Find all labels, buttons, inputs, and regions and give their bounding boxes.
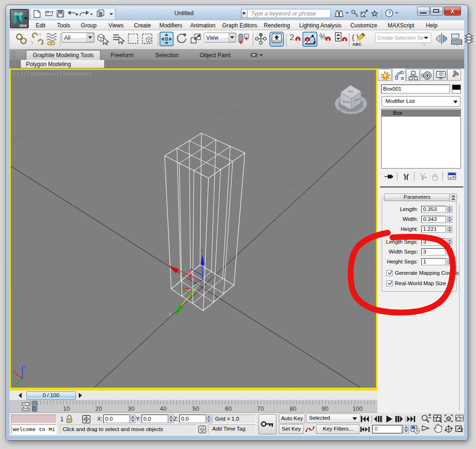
svg-text:3DS: 3DS [19, 24, 27, 28]
